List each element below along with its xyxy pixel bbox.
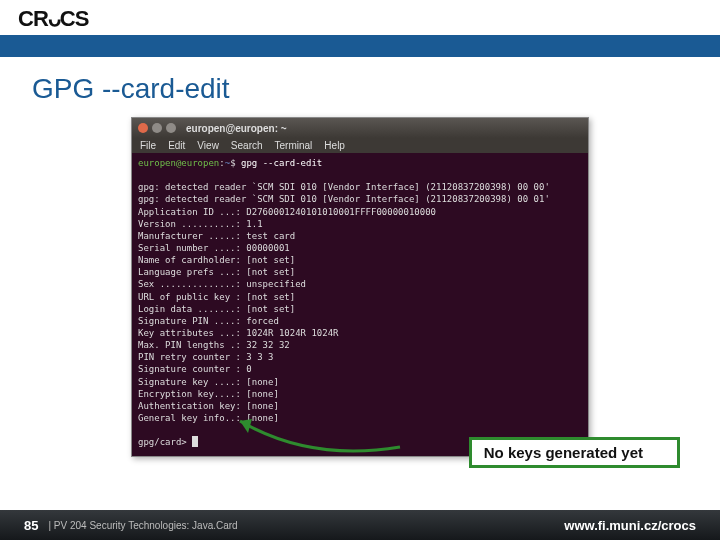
header: CRᴗCS bbox=[0, 0, 720, 35]
menu-terminal[interactable]: Terminal bbox=[275, 140, 313, 151]
menu-help[interactable]: Help bbox=[324, 140, 345, 151]
callout-box: No keys generated yet bbox=[469, 437, 680, 468]
slide-title: GPG --card-edit bbox=[0, 57, 720, 111]
footer: 85 | PV 204 Security Technologies: Java.… bbox=[0, 510, 720, 540]
minimize-icon[interactable] bbox=[152, 123, 162, 133]
gpg-prompt: gpg/card> bbox=[138, 437, 187, 447]
logo: CRᴗCS bbox=[18, 6, 702, 32]
footer-left: 85 | PV 204 Security Technologies: Java.… bbox=[24, 518, 238, 533]
menu-edit[interactable]: Edit bbox=[168, 140, 185, 151]
command: gpg --card-edit bbox=[241, 158, 322, 168]
terminal-window: europen@europen: ~ File Edit View Search… bbox=[131, 117, 589, 457]
terminal-title: europen@europen: ~ bbox=[186, 123, 287, 134]
footer-url: www.fi.muni.cz/crocs bbox=[564, 518, 696, 533]
menu-search[interactable]: Search bbox=[231, 140, 263, 151]
terminal-container: europen@europen: ~ File Edit View Search… bbox=[0, 111, 720, 457]
menu-file[interactable]: File bbox=[140, 140, 156, 151]
footer-text: | PV 204 Security Technologies: Java.Car… bbox=[48, 520, 237, 531]
prompt-user: europen@europen bbox=[138, 158, 219, 168]
terminal-body[interactable]: europen@europen:~$ gpg --card-edit gpg: … bbox=[132, 153, 588, 456]
callout-text: No keys generated yet bbox=[484, 444, 643, 461]
blue-divider bbox=[0, 35, 720, 57]
close-icon[interactable] bbox=[138, 123, 148, 133]
cursor-icon bbox=[192, 436, 198, 447]
terminal-titlebar: europen@europen: ~ bbox=[132, 118, 588, 138]
terminal-menubar: File Edit View Search Terminal Help bbox=[132, 138, 588, 153]
menu-view[interactable]: View bbox=[197, 140, 219, 151]
slide-number: 85 bbox=[24, 518, 38, 533]
maximize-icon[interactable] bbox=[166, 123, 176, 133]
